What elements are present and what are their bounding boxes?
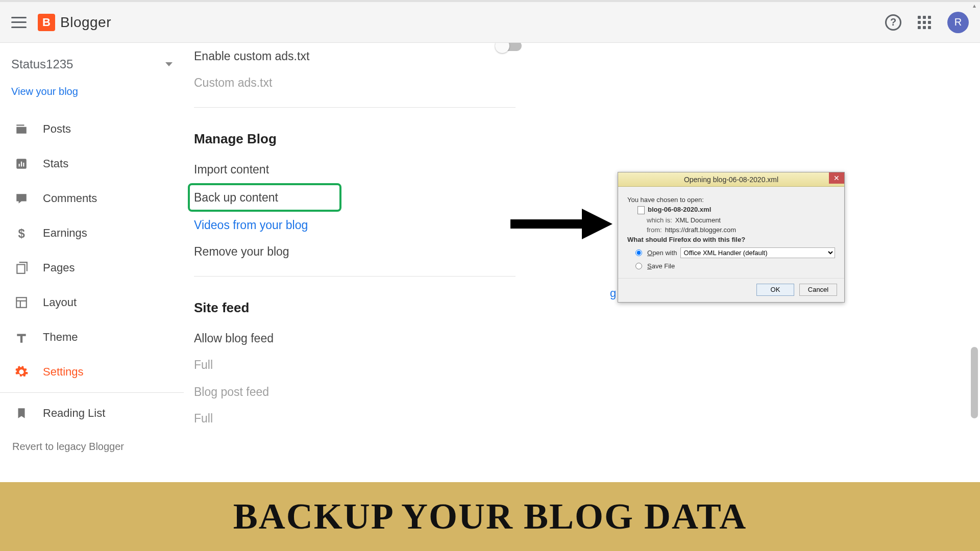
post-feed-row: Blog post feed	[194, 379, 929, 405]
scrollbar-thumb[interactable]	[971, 347, 978, 418]
sidebar-item-label: Reading List	[43, 407, 105, 420]
help-icon[interactable]: ?	[885, 14, 901, 31]
dialog-title-text: Opening blog-06-08-2020.xml	[684, 176, 778, 184]
save-file-radio[interactable]: Save File	[635, 262, 835, 270]
save-file-radio-input[interactable]	[635, 263, 642, 269]
open-with-radio[interactable]: Open with Office XML Handler (default)	[635, 247, 835, 258]
sidebar-item-theme[interactable]: Theme	[0, 320, 184, 355]
arrow-right-icon	[510, 206, 612, 242]
separator	[0, 392, 184, 393]
sidebar-item-label: Earnings	[43, 227, 87, 240]
svg-rect-3	[23, 163, 24, 167]
sidebar-item-label: Settings	[43, 365, 84, 379]
sidebar-item-earnings[interactable]: $ Earnings	[0, 216, 184, 251]
earnings-icon: $	[14, 226, 29, 240]
divider	[194, 107, 516, 108]
open-with-select[interactable]: Office XML Handler (default)	[680, 247, 835, 258]
sidebar-item-reading-list[interactable]: Reading List	[0, 396, 184, 431]
manage-blog-heading: Manage Blog	[194, 119, 929, 156]
sidebar-item-stats[interactable]: Stats	[0, 146, 184, 181]
sidebar-item-label: Layout	[43, 296, 77, 309]
ok-button[interactable]: OK	[756, 284, 794, 296]
top-right-group: ? R	[885, 12, 969, 33]
svg-rect-6	[16, 297, 27, 308]
apps-grid-icon[interactable]	[918, 16, 931, 29]
allow-feed-value: Full	[194, 352, 929, 378]
file-icon	[638, 206, 645, 214]
chevron-down-icon	[165, 62, 173, 66]
user-avatar[interactable]: R	[947, 12, 969, 33]
sidebar-item-posts[interactable]: Posts	[0, 112, 184, 146]
sidebar: Status1235 View your blog Posts Stats Co…	[0, 43, 184, 482]
logo[interactable]: B Blogger	[38, 14, 111, 31]
banner-text: BACKUP YOUR BLOG DATA	[233, 495, 747, 538]
backup-highlight: Back up content	[188, 183, 341, 212]
download-dialog: Opening blog-06-08-2020.xml ✕ You have c…	[618, 172, 845, 303]
blog-selector[interactable]: Status1235	[0, 52, 184, 77]
enable-ads-row[interactable]: Enable custom ads.txt	[194, 43, 929, 69]
cancel-button[interactable]: Cancel	[799, 284, 837, 296]
blog-name: Status1235	[11, 57, 73, 71]
backup-content-link[interactable]: Back up content	[194, 189, 278, 206]
sidebar-item-label: Pages	[43, 261, 75, 274]
svg-rect-9	[510, 219, 582, 229]
sidebar-item-label: Comments	[43, 192, 97, 205]
svg-marker-10	[582, 209, 612, 239]
close-icon[interactable]: ✕	[829, 172, 844, 184]
sidebar-item-label: Theme	[43, 331, 78, 344]
partial-text: g	[610, 287, 616, 300]
banner: BACKUP YOUR BLOG DATA	[0, 482, 980, 551]
svg-rect-2	[21, 162, 22, 167]
dialog-titlebar[interactable]: Opening blog-06-08-2020.xml ✕	[618, 172, 844, 187]
scroll-up-icon[interactable]: ▴	[971, 2, 978, 9]
dialog-chosen-text: You have chosen to open:	[627, 196, 835, 204]
svg-text:$: $	[18, 227, 25, 240]
settings-icon	[14, 365, 29, 379]
dialog-question: What should Firefox do with this file?	[627, 236, 835, 243]
body: Status1235 View your blog Posts Stats Co…	[0, 43, 980, 482]
view-blog-link[interactable]: View your blog	[0, 77, 184, 112]
divider	[194, 276, 516, 277]
revert-link[interactable]: Revert to legacy Blogger	[0, 431, 184, 463]
menu-icon[interactable]	[11, 17, 27, 28]
custom-ads-row: Custom ads.txt	[194, 69, 929, 96]
blogger-logo-icon: B	[38, 14, 55, 31]
brand-text: Blogger	[60, 14, 111, 31]
sidebar-item-label: Stats	[43, 157, 68, 170]
bookmark-icon	[14, 406, 29, 420]
top-left-group: B Blogger	[11, 14, 111, 31]
allow-feed-row[interactable]: Allow blog feed	[194, 325, 929, 352]
dialog-which-row: which is:XML Document	[647, 216, 835, 224]
comments-icon	[14, 191, 29, 206]
sidebar-item-comments[interactable]: Comments	[0, 181, 184, 216]
dialog-body: You have chosen to open: blog-06-08-2020…	[618, 187, 844, 278]
svg-rect-5	[17, 265, 24, 273]
sidebar-item-label: Posts	[43, 122, 71, 136]
theme-icon	[14, 330, 29, 344]
posts-icon	[14, 122, 29, 136]
post-feed-value: Full	[194, 405, 929, 432]
dialog-buttons: OK Cancel	[618, 278, 844, 302]
stats-icon	[14, 157, 29, 171]
open-with-radio-input[interactable]	[635, 249, 642, 256]
dialog-from-row: from:https://draft.blogger.com	[647, 226, 835, 234]
top-bar: B Blogger ? R	[0, 0, 980, 43]
sidebar-item-pages[interactable]: Pages	[0, 251, 184, 285]
svg-rect-1	[19, 164, 20, 166]
settings-content: Enable custom ads.txt Custom ads.txt Man…	[184, 43, 980, 482]
layout-icon	[14, 295, 29, 310]
sidebar-item-layout[interactable]: Layout	[0, 285, 184, 320]
dialog-filename: blog-06-08-2020.xml	[638, 206, 835, 214]
sidebar-item-settings[interactable]: Settings	[0, 355, 184, 389]
ads-toggle[interactable]	[495, 43, 522, 51]
pages-icon	[14, 261, 29, 275]
